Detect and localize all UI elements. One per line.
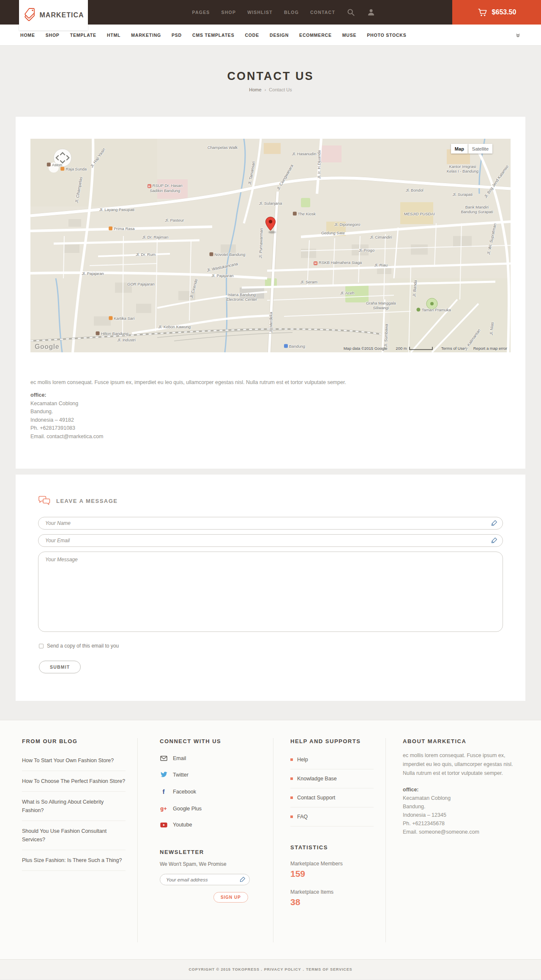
help-link-label: Help [297,757,308,763]
map-label: Jl. Purnawarman [258,228,264,259]
main-menu-link[interactable]: ECOMMERCE [299,33,332,38]
marker-shadow [268,231,276,233]
map-label: Jl. Merdeka [268,312,273,333]
hotel-poi-icon [47,162,51,166]
social-label: Twitter [173,772,189,778]
header-nav-link[interactable]: PAGES [192,10,210,15]
name-input[interactable] [38,517,503,530]
main-menu-link[interactable]: MARKETING [131,33,161,38]
submit-button[interactable]: SUBMIT [39,661,81,673]
blog-post-link[interactable]: How To Start Your Own Fashion Store? [22,750,126,771]
name-field-wrap [38,517,503,530]
blog-post-link[interactable]: How To Choose The Perfect Fashion Store? [22,771,126,791]
header-nav-link[interactable]: WISHLIST [247,10,273,15]
blog-post-link[interactable]: Should You Use Fashion Consultant Servic… [22,821,126,850]
hotel-poi-icon [209,252,213,256]
help-link[interactable]: Contact Support [290,788,374,807]
brand-name: MARKETICA [40,11,84,19]
map-data-credit: Map data ©2015 Google [344,346,388,351]
map-attribution: Map data ©2015 Google 200 m Terms of Use… [30,344,511,352]
header-nav: PAGESSHOPWISHLISTBLOGCONTACT [192,0,375,25]
header-nav-link[interactable]: CONTACT [310,10,335,15]
map-label: Jl. Haji Yasin [89,147,106,169]
social-links-list: Email Twitter [160,750,261,833]
map-label: Jl. Progo [358,247,374,252]
main-menu-link[interactable]: MUSE [342,33,357,38]
email-input[interactable] [38,534,503,547]
social-label: Facebook [173,789,196,795]
footer-blog-column: FROM OUR BLOG How To Start Your Own Fash… [16,738,137,942]
main-menu-link[interactable]: HTML [107,33,120,38]
terms-of-services-link[interactable]: TERMS OF SERVICES [306,967,352,972]
footer-about-column: ABOUT MARKETICA ec mollis lorem consequa… [385,738,525,942]
breadcrumb-home-link[interactable]: Home [249,87,261,92]
satellite-view-button[interactable]: Satellite [468,144,492,154]
map-label: HRSUP Dr. Hasan Sadikin Bandung [146,183,183,193]
main-menu-link[interactable]: PSD [172,33,182,38]
statistic-value: 38 [290,897,374,907]
map-label: Jl. Cicendo [189,278,199,298]
brand-logo[interactable]: MARKETICA [19,0,88,30]
social-link[interactable]: Youtube [160,817,261,833]
chevron-down-icon[interactable] [516,33,520,38]
map-marker [265,217,276,233]
main-menu-link[interactable]: PHOTO STOCKS [367,33,406,38]
footer-help-column: HELP AND SUPPORTS HelpKnowladge BaseCont… [273,738,385,942]
privacy-policy-link[interactable]: PRIVACY POLICY [264,967,301,972]
blog-post-link[interactable]: Plus Size Fashion: Is There Such a Thing… [22,850,126,870]
map-label: Taman Pramuka [417,307,451,312]
map-label: Jl. Tamansari [247,161,256,185]
hotel-poi-icon [96,331,100,335]
search-icon[interactable] [347,8,355,17]
about-office-address: office: Kecamatan CoblongBandung.Indones… [403,785,514,836]
message-textarea[interactable] [38,552,503,632]
statistics-list: Marketplace Members 159 Marketplace Item… [290,861,374,907]
main-menu-link[interactable]: DESIGN [270,33,289,38]
send-copy-checkbox[interactable] [39,644,44,648]
header-nav-link[interactable]: BLOG [284,10,299,15]
office-address-line: Indonesia – 49182 [30,416,511,425]
map-label: Graha Manggala Siliwangi [362,301,399,310]
help-link[interactable]: Help [290,750,374,769]
office-address-line: Email. contact@marketica.com [30,433,511,441]
main-menu-link[interactable]: SHOP [46,33,60,38]
help-link[interactable]: Knowladge Base [290,769,374,788]
cart-button[interactable]: $653.50 [452,0,541,25]
park-poi-icon [417,308,421,312]
map-view-button[interactable]: Map [451,144,468,154]
header-nav-link[interactable]: SHOP [221,10,236,15]
social-link[interactable]: f Facebook [160,783,261,800]
bullet-square-icon [290,796,293,799]
map-label: Gedung Sate [321,231,345,235]
map-label: Jl. Banda [412,280,418,296]
facebook-icon: f [160,788,167,795]
map-type-control: Map Satellite [451,144,492,154]
pen-icon [240,876,246,884]
main-menu-link[interactable]: HOME [20,33,35,38]
main-menu-link[interactable]: CODE [245,33,259,38]
bullet-square-icon [290,815,293,818]
main-menu-link[interactable]: TEMPLATE [70,33,96,38]
social-link[interactable]: Twitter [160,766,261,783]
report-map-error-link[interactable]: Report a map error [473,346,507,351]
pen-icon [491,537,497,545]
social-link[interactable]: Email [160,750,261,766]
google-map[interactable]: Champelas WalkJl. HasanudinJl. Haji Yasi… [30,139,511,352]
newsletter-email-input[interactable] [160,874,250,885]
map-label: HRSKB Halmahera Siaga [314,260,362,265]
help-link[interactable]: FAQ [290,807,374,826]
newsletter-heading: NEWSLETTER [160,849,261,855]
terms-of-use-link[interactable]: Terms of Use [441,346,465,351]
blog-post-link[interactable]: What is So Alluring About Celebrity Fash… [22,792,126,821]
social-link[interactable]: g+ Google Plus [160,800,261,817]
map-label: Raja Sunda [60,166,87,171]
map-label: Jl. Cihampelas [74,177,83,203]
map-label: Prima Rasa [109,226,135,231]
main-menu-link[interactable]: CMS TEMPLATES [192,33,234,38]
chat-bubbles-icon [38,496,51,506]
rest-poi-icon [109,316,112,320]
map-label: Kartika Sari [109,316,134,321]
account-icon[interactable] [367,8,375,16]
signup-button[interactable]: SIGN UP [213,892,248,903]
map-label: Jl. Industri [117,337,136,342]
